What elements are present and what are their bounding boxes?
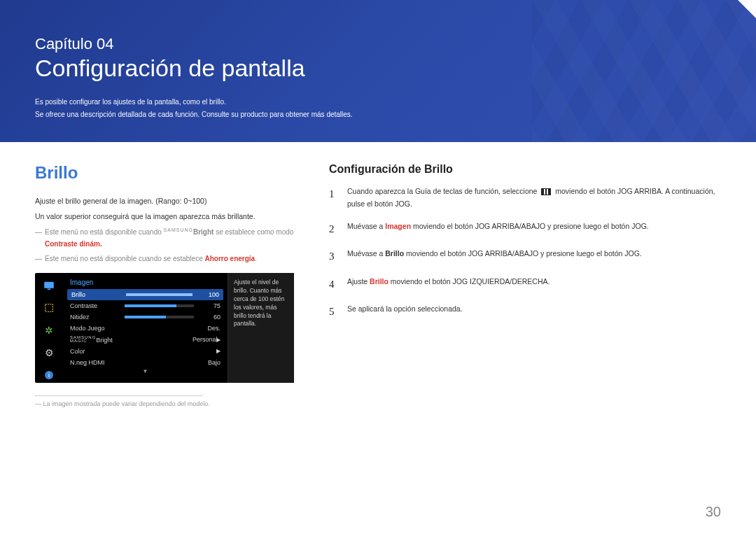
right-column: Configuración de Brillo 1Cuando aparezca… [329,163,721,407]
osd-row: Modo JuegoDes. [63,323,227,334]
osd-row-label: Contraste [70,302,119,309]
note-2-text-c: . [255,255,257,262]
step-item: 2Muévase a Imagen moviendo el botón JOG … [329,220,721,239]
chapter-label: Capítulo 04 [35,35,721,53]
banner-subtext-1: Es posible configurar los ajustes de la … [35,96,721,108]
osd-row-label: Nitidez [70,314,119,321]
osd-help-text: Ajuste el nivel de brillo. Cuanto más ce… [227,273,294,383]
note-2-text-a: Este menú no está disponible cuando se e… [45,255,205,262]
step-item: 3Muévase a Brillo moviendo el botón JOG … [329,248,721,266]
note-line-1: Este menú no está disponible cuando SAMS… [35,226,294,250]
footnote-text: La imagen mostrada puede variar dependie… [43,400,210,407]
step-number: 4 [329,276,339,294]
footnote: ― La imagen mostrada puede variar depend… [35,400,294,407]
page-number: 30 [706,504,721,520]
step-item: 5Se aplicará la opción seleccionada. [329,303,721,321]
step-text: Muévase a Brillo moviendo el botón JOG A… [347,248,642,266]
svg-rect-1 [48,289,51,290]
chapter-title: Configuración de pantalla [35,55,721,82]
frame-icon [42,301,56,315]
osd-row: Color▶ [63,346,227,357]
svg-rect-0 [44,282,54,288]
osd-header: Imagen [63,276,227,289]
osd-row-value: Personal [192,336,214,343]
note-line-2: Este menú no está disponible cuando se e… [35,253,294,265]
osd-row-value: Des. [200,325,220,332]
osd-row-value: Bajo [200,359,220,366]
step-item: 4Ajuste Brillo moviendo el botón JOG IZQ… [329,276,721,294]
osd-row-value: 100 [198,291,219,298]
section-heading-config: Configuración de Brillo [329,163,721,176]
osd-slider [125,304,194,307]
divider [35,395,203,396]
osd-menu-screenshot: ✲ ⚙ i Imagen Brillo100Contraste75Nitidez… [35,273,294,383]
note-1-text-b: se establece como modo [214,228,293,236]
osd-row-label: SAMSUNGMAGICBright [70,336,119,344]
chevron-right-icon: ▶ [216,337,220,343]
section-heading-brillo: Brillo [35,163,294,183]
left-column: Brillo Ajuste el brillo general de la im… [35,163,294,407]
step-item: 1Cuando aparezca la Guía de teclas de fu… [329,185,721,211]
note-2-highlight: Ahorro energía [205,255,255,262]
osd-row: SAMSUNGMAGICBrightPersonal▶ [63,334,227,346]
note-1-text-a: Este menú no está disponible cuando [45,228,164,236]
info-icon: i [42,368,56,382]
osd-row-label: N.neg HDMI [70,359,119,366]
osd-row-value: 75 [200,302,220,309]
step-number: 3 [329,248,339,266]
steps-list: 1Cuando aparezca la Guía de teclas de fu… [329,185,721,321]
osd-slider [125,316,194,318]
osd-row: N.neg HDMIBajo [63,357,227,368]
chapter-banner: Capítulo 04 Configuración de pantalla Es… [0,0,756,142]
osd-row: Contraste75 [63,300,227,311]
sun-icon: ✲ [42,323,56,337]
osd-row-value: 60 [200,314,220,321]
step-text: Cuando aparezca la Guía de teclas de fun… [347,185,721,211]
body-paragraph-1: Ajuste el brillo general de la imagen. (… [35,195,294,208]
page-corner-fold [738,0,756,18]
osd-row-label: Color [70,348,119,355]
chevron-down-icon: ▼ [63,368,227,374]
banner-subtext-2: Se ofrece una descripción detallada de c… [35,108,721,121]
osd-row-label: Modo Juego [70,325,119,332]
osd-row: Brillo100 [67,289,223,300]
monitor-icon [42,279,56,293]
chevron-right-icon: ▶ [216,348,220,354]
footnote-marker: ― [35,400,41,407]
step-number: 2 [329,220,339,239]
svg-text:i: i [48,372,50,379]
step-number: 1 [329,185,339,211]
osd-row: Nitidez60 [63,311,227,323]
menu-icon [541,188,551,195]
osd-icon-column: ✲ ⚙ i [35,273,63,383]
gear-icon: ⚙ [42,346,56,360]
osd-row-label: Brillo [71,291,120,298]
osd-rows: Imagen Brillo100Contraste75Nitidez60Modo… [63,273,227,383]
step-number: 5 [329,303,339,321]
magic-prefix: SAMSUNG [164,227,193,232]
svg-rect-2 [46,304,53,312]
step-text: Se aplicará la opción seleccionada. [347,303,463,321]
osd-slider [126,293,192,296]
step-text: Muévase a Imagen moviendo el botón JOG A… [347,220,649,239]
step-text: Ajuste Brillo moviendo el botón JOG IZQU… [347,276,550,294]
note-1-highlight: Contraste dinám. [45,240,102,248]
page-content: Brillo Ajuste el brillo general de la im… [0,142,756,414]
body-paragraph-2: Un valor superior conseguirá que la imag… [35,211,294,223]
magic-suffix: Bright [193,228,214,236]
